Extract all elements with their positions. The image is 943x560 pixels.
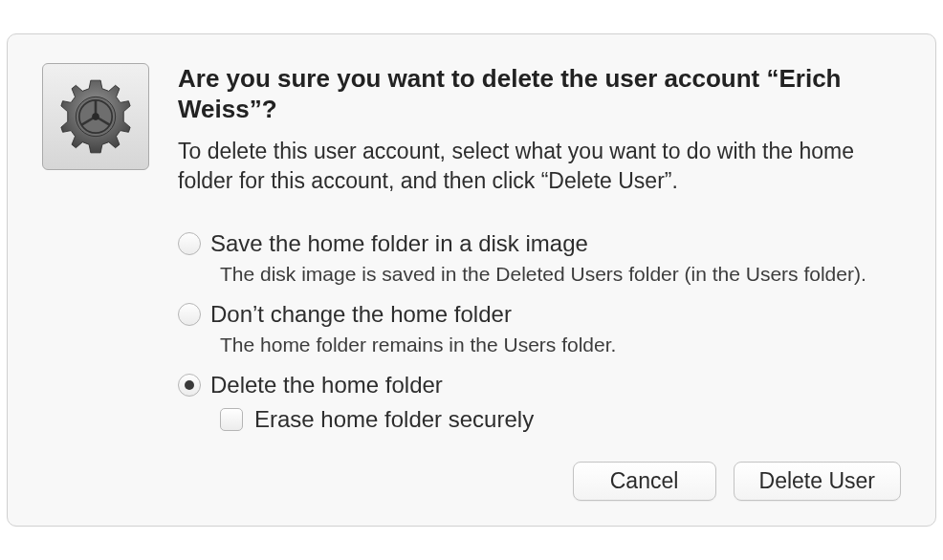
- option-save-disk-image: Save the home folder in a disk image The…: [178, 230, 901, 288]
- option-label: Save the home folder in a disk image: [210, 230, 588, 257]
- radio-save-disk-image[interactable]: [178, 232, 201, 255]
- checkbox-erase-securely[interactable]: [220, 408, 243, 431]
- dialog-subtext: To delete this user account, select what…: [178, 137, 901, 196]
- option-row[interactable]: Save the home folder in a disk image: [178, 230, 901, 257]
- dialog-buttons: Cancel Delete User: [178, 462, 901, 501]
- sub-option-erase-securely[interactable]: Erase home folder securely: [220, 406, 901, 433]
- radio-dont-change[interactable]: [178, 303, 201, 326]
- option-row[interactable]: Don’t change the home folder: [178, 301, 901, 328]
- option-dont-change: Don’t change the home folder The home fo…: [178, 301, 901, 358]
- option-row[interactable]: Delete the home folder: [178, 372, 901, 398]
- delete-user-button[interactable]: Delete User: [734, 462, 901, 501]
- option-label: Don’t change the home folder: [210, 301, 512, 328]
- dialog-headline: Are you sure you want to delete the user…: [178, 63, 901, 125]
- option-delete-home: Delete the home folder Erase home folder…: [178, 372, 901, 433]
- delete-user-dialog: Are you sure you want to delete the user…: [7, 33, 936, 528]
- option-label: Delete the home folder: [210, 372, 443, 398]
- dialog-content: Are you sure you want to delete the user…: [178, 63, 901, 502]
- system-preferences-icon: [42, 63, 149, 170]
- gear-icon: [55, 75, 137, 158]
- svg-point-5: [93, 113, 99, 119]
- options-group: Save the home folder in a disk image The…: [178, 230, 901, 434]
- cancel-button[interactable]: Cancel: [573, 462, 716, 501]
- option-description: The disk image is saved in the Deleted U…: [220, 261, 901, 288]
- radio-delete-home[interactable]: [178, 374, 201, 397]
- option-description: The home folder remains in the Users fol…: [220, 332, 901, 358]
- sub-option-label: Erase home folder securely: [254, 406, 534, 433]
- dialog-icon-column: [42, 63, 149, 502]
